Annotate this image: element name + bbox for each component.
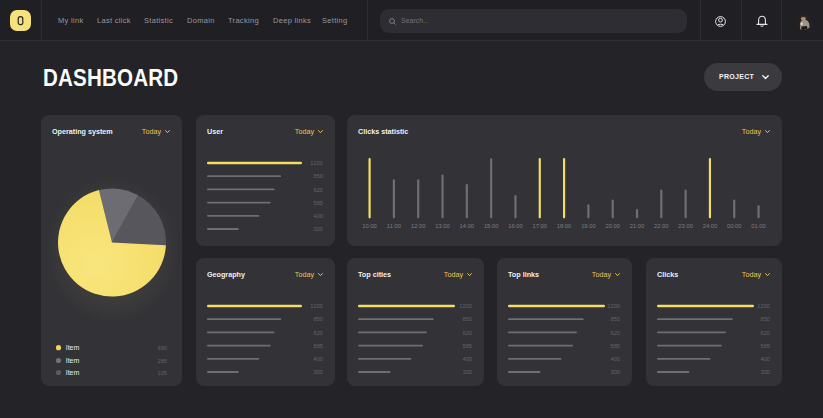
svg-text:585: 585 — [611, 343, 621, 349]
svg-text:21:00: 21:00 — [630, 223, 645, 229]
svg-text:620: 620 — [314, 330, 324, 336]
svg-text:12:00: 12:00 — [411, 223, 426, 229]
svg-text:620: 620 — [761, 330, 771, 336]
svg-text:01:00: 01:00 — [751, 223, 766, 229]
svg-text:585: 585 — [314, 343, 324, 349]
svg-text:850: 850 — [611, 316, 621, 322]
svg-text:620: 620 — [611, 330, 621, 336]
svg-text:850: 850 — [314, 173, 324, 179]
svg-text:14:00: 14:00 — [460, 223, 475, 229]
svg-text:16:00: 16:00 — [508, 223, 523, 229]
svg-text:300: 300 — [611, 369, 621, 375]
svg-text:400: 400 — [611, 356, 621, 362]
svg-text:300: 300 — [314, 369, 324, 375]
svg-text:400: 400 — [463, 356, 473, 362]
svg-text:1200: 1200 — [310, 303, 323, 309]
svg-text:585: 585 — [463, 343, 473, 349]
svg-text:650: 650 — [158, 345, 168, 351]
svg-text:300: 300 — [761, 369, 771, 375]
svg-text:620: 620 — [463, 330, 473, 336]
svg-text:Item: Item — [66, 344, 80, 351]
svg-text:Item: Item — [66, 357, 80, 364]
svg-text:1200: 1200 — [607, 303, 620, 309]
svg-text:22:00: 22:00 — [654, 223, 669, 229]
svg-text:15:00: 15:00 — [484, 223, 499, 229]
svg-text:620: 620 — [314, 187, 324, 193]
svg-text:105: 105 — [158, 370, 168, 376]
svg-text:850: 850 — [761, 316, 771, 322]
svg-text:585: 585 — [314, 200, 324, 206]
svg-text:285: 285 — [158, 358, 168, 364]
svg-text:300: 300 — [314, 226, 324, 232]
svg-text:400: 400 — [314, 356, 324, 362]
svg-text:400: 400 — [314, 213, 324, 219]
svg-text:1200: 1200 — [310, 160, 323, 166]
svg-text:18:00: 18:00 — [557, 223, 572, 229]
svg-text:19:00: 19:00 — [581, 223, 596, 229]
svg-text:585: 585 — [761, 343, 771, 349]
svg-text:1200: 1200 — [459, 303, 472, 309]
svg-text:20:00: 20:00 — [605, 223, 620, 229]
svg-text:23:00: 23:00 — [678, 223, 693, 229]
svg-text:10:00: 10:00 — [362, 223, 377, 229]
svg-text:24:00: 24:00 — [703, 223, 718, 229]
svg-text:Item: Item — [66, 369, 80, 376]
svg-text:300: 300 — [463, 369, 473, 375]
svg-text:1200: 1200 — [757, 303, 770, 309]
svg-text:17:00: 17:00 — [533, 223, 548, 229]
svg-text:400: 400 — [761, 356, 771, 362]
svg-text:11:00: 11:00 — [387, 223, 401, 229]
svg-text:00:00: 00:00 — [727, 223, 742, 229]
svg-text:850: 850 — [463, 316, 473, 322]
svg-text:13:00: 13:00 — [435, 223, 450, 229]
svg-text:850: 850 — [314, 316, 324, 322]
